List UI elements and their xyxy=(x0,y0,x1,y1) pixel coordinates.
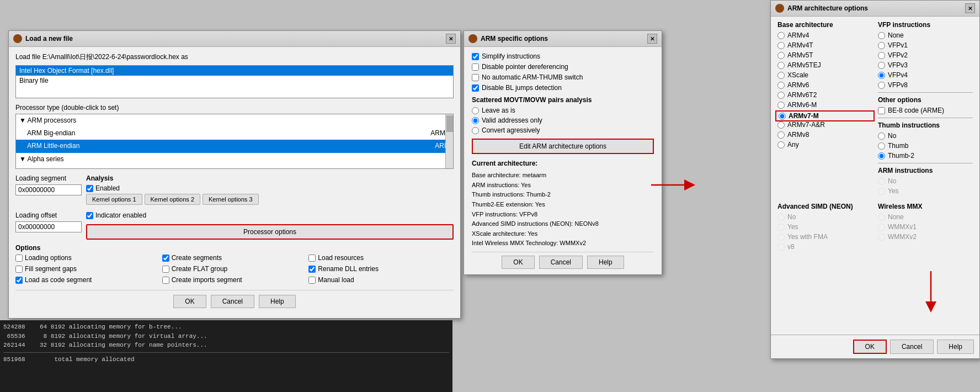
vfp-none-radio[interactable] xyxy=(878,32,885,39)
processor-options-btn[interactable]: Processor options xyxy=(86,224,454,240)
alpha-big-endian-item[interactable]: ALPHA big endian alphab xyxy=(16,166,453,169)
armv6-radio[interactable] xyxy=(777,82,785,89)
no-auto-thumb-checkbox[interactable] xyxy=(472,74,479,81)
vfpv2-radio[interactable] xyxy=(878,52,885,59)
arm-processors-label: ARM processors xyxy=(28,116,77,124)
kernel-options-1-btn[interactable]: Kernel options 1 xyxy=(86,194,142,205)
vfpv1-radio[interactable] xyxy=(878,42,885,49)
indicator-processor-inner: Indicator enabled Processor options xyxy=(86,211,454,240)
thumb2-radio[interactable] xyxy=(878,152,885,160)
loading-offset-input[interactable] xyxy=(15,221,82,232)
load-help-btn[interactable]: Help xyxy=(259,295,296,308)
alpha-big-endian-label: ALPHA big endian xyxy=(27,168,81,169)
indicator-checkbox[interactable] xyxy=(86,212,93,219)
be8-item: BE-8 code (ARME) xyxy=(878,107,973,114)
xscale-label: XScale xyxy=(787,71,808,79)
arm-little-endian-item[interactable]: ARM Little-endian ARM xyxy=(16,140,453,152)
vfpv3-radio[interactable] xyxy=(878,62,885,69)
arm-arch-icon xyxy=(775,4,784,13)
kernel-options-3-btn[interactable]: Kernel options 3 xyxy=(203,194,259,205)
loading-offset-label: Loading offset xyxy=(15,211,82,219)
arm-processors-folder[interactable]: ▼ ARM processors xyxy=(16,114,453,127)
valid-addresses-radio[interactable] xyxy=(472,117,479,124)
armv8-label: ARMv8 xyxy=(787,131,809,139)
load-dialog-title: Load a new file xyxy=(13,34,73,43)
option-load-code-checkbox[interactable] xyxy=(15,277,23,284)
convert-agressively-radio[interactable] xyxy=(472,127,479,134)
armv5tej-radio[interactable] xyxy=(777,62,785,69)
alpha-series-label: Alpha series xyxy=(28,155,64,163)
option-manual-load-label: Manual load xyxy=(318,276,354,284)
option-load-resources-checkbox[interactable] xyxy=(308,255,316,262)
load-ok-btn[interactable]: OK xyxy=(173,295,206,308)
load-dialog-close[interactable]: ✕ xyxy=(446,34,456,44)
simplify-instructions-label: Simplify instructions xyxy=(482,52,540,60)
option-load-code: Load as code segment xyxy=(15,276,161,284)
loading-segment-input[interactable] xyxy=(15,184,82,195)
armv4-radio[interactable] xyxy=(777,32,785,39)
thumb-radio[interactable] xyxy=(878,142,885,150)
arm-specific-cancel-btn[interactable]: Cancel xyxy=(539,256,583,269)
armv6t2-radio[interactable] xyxy=(777,92,785,99)
arm-specific-titlebar: ARM specific options ✕ xyxy=(464,31,662,47)
disable-bl-checkbox[interactable] xyxy=(472,84,479,92)
option-loading-checkbox[interactable] xyxy=(15,255,23,262)
edit-arm-arch-btn[interactable]: Edit ARM architecture options xyxy=(472,139,654,154)
option-fill-gaps-checkbox[interactable] xyxy=(15,266,23,273)
armv5t-radio[interactable] xyxy=(777,52,785,59)
armv4t-item: ARMv4T xyxy=(777,41,872,49)
vfpv4-radio[interactable] xyxy=(878,72,885,79)
arm-instr-no-item: No xyxy=(878,177,973,185)
simd-yesfma-item: Yes with FMA xyxy=(777,233,872,241)
thumb-label: Thumb xyxy=(888,142,908,150)
simd-col: Advanced SIMD (NEON) No Yes Yes with FMA… xyxy=(777,203,872,253)
arm-specific-help-btn[interactable]: Help xyxy=(587,256,624,269)
option-rename-dll: Rename DLL entries xyxy=(308,265,454,273)
simd-yes-label: Yes xyxy=(787,223,798,231)
armv7ar-radio[interactable] xyxy=(777,121,785,129)
proc-type-label: Processor type (double-click to set) xyxy=(15,104,454,112)
option-manual-load-checkbox[interactable] xyxy=(308,277,316,284)
arm-specific-close[interactable]: ✕ xyxy=(647,34,657,44)
kernel-btns-row: Kernel options 1 Kernel options 2 Kernel… xyxy=(86,194,454,205)
thumb-no-radio[interactable] xyxy=(878,133,885,140)
arch-line-2: Thumb instructions: Thumb-2 xyxy=(472,190,654,200)
kernel-options-2-btn[interactable]: Kernel options 2 xyxy=(145,194,201,205)
simd-section: Advanced SIMD (NEON) No Yes Yes with FMA… xyxy=(777,203,973,253)
load-cancel-btn[interactable]: Cancel xyxy=(211,295,254,308)
arm-arch-close[interactable]: ✕ xyxy=(965,3,975,13)
armv8-radio[interactable] xyxy=(777,131,785,139)
arm-arch-ok-btn[interactable]: OK xyxy=(853,340,887,354)
analysis-block: Analysis Enabled Kernel options 1 Kernel… xyxy=(86,174,454,207)
vfpv4-label: VFPv4 xyxy=(888,71,908,79)
simplify-instructions-checkbox[interactable] xyxy=(472,53,479,60)
armv4-label: ARMv4 xyxy=(787,31,809,39)
svg-marker-3 xyxy=(684,179,695,190)
alpha-series-folder[interactable]: ▼ Alpha series xyxy=(16,153,453,166)
arm-arch-help-btn[interactable]: Help xyxy=(937,340,974,354)
be8-checkbox[interactable] xyxy=(878,107,885,114)
enabled-checkbox[interactable] xyxy=(86,185,93,192)
any-radio[interactable] xyxy=(777,141,785,149)
proc-tree-scrollbar[interactable] xyxy=(445,114,453,168)
disable-pointer-checkbox[interactable] xyxy=(472,63,479,71)
format-item-binary[interactable]: Binary file xyxy=(16,76,453,86)
leave-as-is-radio[interactable] xyxy=(472,107,479,114)
arm-big-endian-item[interactable]: ARM Big-endian ARMB xyxy=(16,127,453,140)
armv6m-radio[interactable] xyxy=(777,102,785,109)
option-create-flat-label: Create FLAT group xyxy=(172,265,228,273)
arch-line-7: Intel Wireless MMX Technology: WMMXv2 xyxy=(472,239,654,248)
option-load-code-label: Load as code segment xyxy=(25,276,92,284)
xscale-radio[interactable] xyxy=(777,72,785,79)
option-create-segments-checkbox[interactable] xyxy=(162,255,169,262)
load-dialog-icon xyxy=(13,34,22,43)
arm-arch-cancel-btn[interactable]: Cancel xyxy=(890,340,934,354)
armv7m-radio[interactable] xyxy=(779,113,786,120)
armv4t-radio[interactable] xyxy=(777,42,785,49)
option-create-imports-checkbox[interactable] xyxy=(162,277,169,284)
format-item-hex[interactable]: Intel Hex Object Format [hex.dll] xyxy=(16,66,453,76)
vfpv8-radio[interactable] xyxy=(878,82,885,89)
option-create-flat-checkbox[interactable] xyxy=(162,266,169,273)
option-rename-dll-checkbox[interactable] xyxy=(308,266,316,273)
arm-specific-ok-btn[interactable]: OK xyxy=(502,256,534,269)
